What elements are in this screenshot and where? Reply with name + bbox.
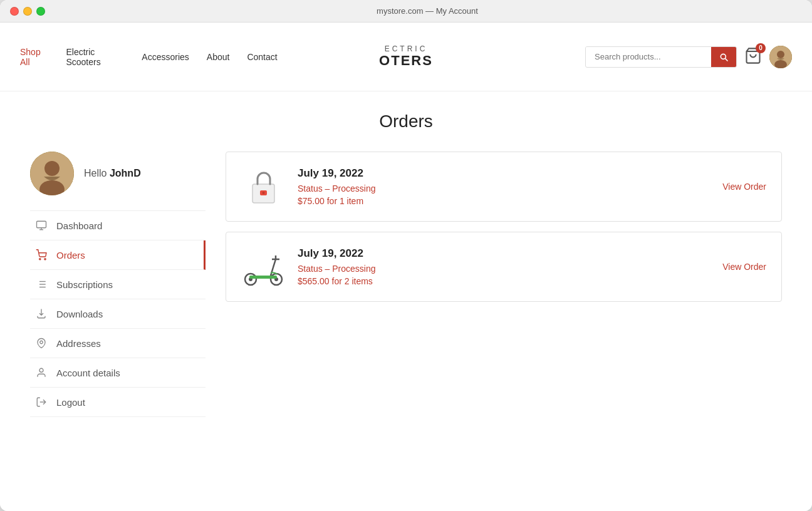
person-icon <box>35 367 48 378</box>
order-product-img-2 <box>241 245 285 289</box>
svg-point-10 <box>39 259 41 260</box>
view-order-link-2[interactable]: View Order <box>722 262 766 272</box>
cart-icon-wrap[interactable]: 0 <box>744 47 762 67</box>
scooter-product-icon <box>243 247 284 287</box>
sidebar-dashboard-label: Dashboard <box>56 220 102 231</box>
sidebar-avatar-img <box>30 152 74 195</box>
close-dot[interactable] <box>10 7 19 16</box>
browser-window: mystore.com — My Account Shop All Electr… <box>0 0 812 511</box>
sidebar-account-details-label: Account details <box>56 368 120 378</box>
svg-point-19 <box>39 368 43 372</box>
svg-point-2 <box>777 51 784 58</box>
order-amount-2: $565.00 for 2 items <box>298 276 710 286</box>
main-nav: Shop All Electric Scooters Accessories A… <box>20 47 278 67</box>
page-content: Orders Hello JohnD <box>0 91 812 511</box>
logout-icon <box>35 396 48 408</box>
nav-accessories[interactable]: Accessories <box>142 52 189 62</box>
svg-point-5 <box>44 161 60 176</box>
lock-product-icon <box>246 167 281 207</box>
logo: ECTRIC OTERS <box>278 45 535 68</box>
content-layout: Hello JohnD Dash <box>30 152 782 417</box>
user-greeting: Hello JohnD <box>30 152 206 195</box>
pin-icon <box>35 338 48 349</box>
search-button[interactable] <box>711 47 736 67</box>
sidebar-item-subscriptions[interactable]: Subscriptions <box>30 270 206 299</box>
sidebar-subscriptions-label: Subscriptions <box>56 279 113 290</box>
nav-right: 0 <box>534 46 792 68</box>
svg-point-18 <box>40 341 43 344</box>
svg-point-11 <box>44 259 46 260</box>
nav-about[interactable]: About <box>207 52 230 62</box>
greeting-hello: Hello JohnD <box>84 168 141 178</box>
svg-rect-7 <box>37 221 46 228</box>
monitor-icon <box>35 220 48 231</box>
order-status-1: Status – Processing <box>298 183 710 194</box>
browser-chrome: mystore.com — My Account <box>0 0 812 23</box>
order-card-1: July 19, 2022 Status – Processing $75.00… <box>226 152 782 222</box>
download-icon <box>35 308 48 319</box>
search-container <box>585 46 737 68</box>
address-bar: mystore.com — My Account <box>53 6 802 16</box>
logo-title: OTERS <box>379 53 433 68</box>
user-avatar-header[interactable] <box>769 46 792 68</box>
svg-rect-28 <box>249 276 277 279</box>
search-input[interactable] <box>586 47 711 66</box>
cart-sidebar-icon <box>35 249 48 261</box>
order-amount-1: $75.00 for 1 item <box>298 196 710 206</box>
minimize-dot[interactable] <box>23 7 32 16</box>
maximize-dot[interactable] <box>36 7 45 16</box>
page-title: Orders <box>30 111 782 132</box>
sidebar-addresses-label: Addresses <box>56 338 101 349</box>
site-header: Shop All Electric Scooters Accessories A… <box>0 23 812 91</box>
sidebar-nav: Dashboard Orders <box>30 210 206 417</box>
sidebar-downloads-label: Downloads <box>56 309 103 319</box>
browser-dots <box>10 7 45 16</box>
sidebar-item-orders[interactable]: Orders <box>30 240 206 270</box>
sidebar-logout-label: Logout <box>56 397 85 408</box>
order-date-2: July 19, 2022 <box>298 247 710 260</box>
order-info-2: July 19, 2022 Status – Processing $565.0… <box>298 247 710 286</box>
order-info-1: July 19, 2022 Status – Processing $75.00… <box>298 167 710 206</box>
nav-shop-all[interactable]: Shop All <box>20 47 48 67</box>
order-status-2: Status – Processing <box>298 264 710 274</box>
nav-electric-scooters[interactable]: Electric Scooters <box>66 47 124 67</box>
nav-contact[interactable]: Contact <box>247 52 277 62</box>
list-icon <box>35 279 48 290</box>
svg-point-23 <box>262 192 264 194</box>
sidebar-item-dashboard[interactable]: Dashboard <box>30 211 206 240</box>
sidebar: Hello JohnD Dash <box>30 152 206 417</box>
order-card-2: July 19, 2022 Status – Processing $565.0… <box>226 232 782 302</box>
greeting-text: Hello JohnD <box>84 168 141 179</box>
order-product-img-1 <box>241 165 285 209</box>
user-avatar-sidebar <box>30 152 74 195</box>
sidebar-item-logout[interactable]: Logout <box>30 388 206 417</box>
view-order-link-1[interactable]: View Order <box>722 182 766 192</box>
sidebar-orders-label: Orders <box>56 250 85 261</box>
order-date-1: July 19, 2022 <box>298 167 710 180</box>
sidebar-item-addresses[interactable]: Addresses <box>30 329 206 358</box>
user-avatar-img <box>769 46 792 68</box>
search-icon <box>719 52 729 62</box>
sidebar-item-downloads[interactable]: Downloads <box>30 299 206 329</box>
cart-badge: 0 <box>756 43 766 53</box>
sidebar-item-account-details[interactable]: Account details <box>30 358 206 388</box>
orders-list: July 19, 2022 Status – Processing $75.00… <box>226 152 782 312</box>
